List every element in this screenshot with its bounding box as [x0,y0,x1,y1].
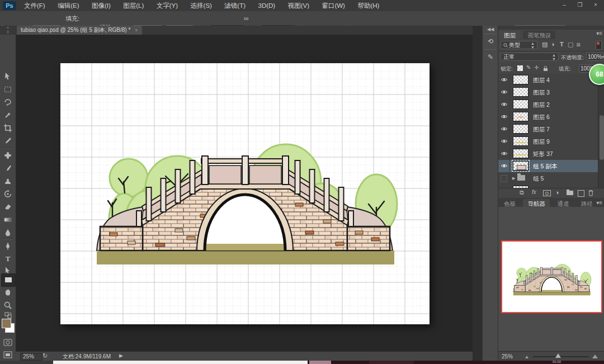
layer-row[interactable]: 图层 2 [498,98,598,111]
navigator-proxy-view[interactable] [501,240,602,313]
menu-help[interactable]: 帮助(H) [352,0,384,11]
history-panel-icon[interactable]: ⟲ [484,36,497,47]
menu-layer[interactable]: 图层(L) [118,0,149,11]
eraser-tool[interactable] [3,202,12,211]
layer-row[interactable]: 图层 6 [498,111,598,124]
hand-tool[interactable] [3,288,12,297]
tab-close-icon[interactable]: × [135,27,138,33]
layer-row-selected[interactable]: 组 5 副本 [498,160,598,173]
zoom-slider-track[interactable] [533,356,589,357]
filter-pixel-layers-icon[interactable]: ▨ [542,41,548,48]
filter-adjustment-layers-icon[interactable]: ◑ [551,41,555,48]
visibility-eye-icon[interactable] [498,123,510,135]
zoom-slider-thumb[interactable] [555,353,561,358]
quick-mask-icon[interactable] [3,339,12,348]
filter-shape-layers-icon[interactable]: ▢ [568,41,573,48]
brush-tool[interactable] [3,164,12,173]
link-dimensions-icon[interactable]: ∞ [244,11,249,26]
close-button[interactable]: × [588,1,603,10]
layer-effects-icon[interactable]: fx [532,189,536,195]
visibility-eye-icon[interactable] [498,86,510,98]
history-brush-tool[interactable] [3,190,12,198]
rectangle-tool-selected[interactable] [1,273,16,287]
layer-row[interactable]: 图层 3 [498,86,598,99]
visibility-eye-icon[interactable] [498,98,510,110]
filter-toggle-switch[interactable] [596,41,602,50]
panel-menu-icon[interactable]: ▾≡ [596,200,602,206]
lock-pixels-icon[interactable]: ✎ [526,64,531,70]
menu-select[interactable]: 选择(S) [186,0,217,11]
tab-brush-presets[interactable]: 画笔预设 [523,31,555,40]
opacity-field[interactable]: 100% ▾ [586,53,603,61]
new-group-icon[interactable] [567,191,573,195]
menu-view[interactable]: 视图(V) [283,0,314,11]
layer-thumbnail[interactable] [513,87,528,97]
layer-thumbnail[interactable] [513,75,528,84]
layer-row[interactable]: 图层 7 [498,123,598,136]
layer-thumbnail[interactable] [513,100,528,109]
link-layers-icon[interactable]: ⧉ [520,189,524,196]
blend-mode-select[interactable]: 正常 ▲▼ [501,53,559,61]
zoom-out-icon[interactable] [525,356,528,358]
visibility-eye-icon[interactable] [498,135,510,147]
layer-thumbnail[interactable] [513,161,528,171]
group-expand-icon[interactable]: ▶ [512,176,515,181]
clone-stamp-tool[interactable] [3,177,12,186]
crop-tool[interactable] [3,124,12,133]
tool-presets-panel-icon[interactable]: ✎ [484,51,497,63]
marquee-tool[interactable] [3,85,12,94]
menu-image[interactable]: 图像(I) [87,0,116,11]
tab-layers[interactable]: 图层 [499,31,520,40]
zoom-tool[interactable] [3,301,12,310]
filter-type-layers-icon[interactable]: T [560,41,564,48]
filter-smart-objects-icon[interactable]: ⧈ [577,41,581,48]
status-arrow-icon[interactable]: ▶ [119,353,123,358]
visibility-eye-icon[interactable] [498,74,510,86]
menu-3d[interactable]: 3D(D) [253,0,281,11]
menu-file[interactable]: 文件(F) [19,0,50,11]
move-tool[interactable] [3,72,12,81]
navigator-zoom-field[interactable]: 25% [502,353,513,360]
layer-row[interactable]: 图层 4 [498,74,598,87]
menu-type[interactable]: 文字(Y) [152,0,183,11]
lasso-tool[interactable] [3,98,12,107]
layer-thumbnail[interactable] [513,112,528,121]
layer-row[interactable]: 图层 9 [498,135,598,148]
blur-tool[interactable] [3,228,12,237]
layer-row[interactable]: 矩形 37 [498,148,598,160]
restore-button[interactable]: ❐ [573,1,587,10]
layers-scrollbar[interactable] [598,74,604,188]
healing-brush-tool[interactable] [3,151,12,160]
layer-filter-kind-select[interactable]: 类型 ▲▼ [501,41,537,49]
adjustment-layer-icon[interactable]: ◑ [555,189,559,196]
dock-divider[interactable] [473,26,482,361]
canvas-workspace[interactable] [16,35,473,351]
group-row[interactable]: ▶ 组 5 [498,172,598,185]
menu-window[interactable]: 窗口(W) [317,0,350,11]
menu-filter[interactable]: 滤镜(T) [219,0,251,11]
layer-thumbnail[interactable] [513,149,528,158]
lock-transparency-icon[interactable] [517,65,523,71]
pen-tool[interactable] [3,242,12,250]
layer-thumbnail[interactable] [513,136,528,146]
visibility-eye-icon[interactable] [498,111,510,122]
document-canvas[interactable] [60,63,430,324]
visibility-eye-icon[interactable] [498,148,510,159]
sync-icon[interactable]: ↻ [43,352,48,360]
toolbar-header[interactable]: »⠿ [0,26,16,35]
type-tool[interactable]: T [3,254,12,263]
gradient-tool[interactable] [3,215,12,224]
zoom-level-field[interactable]: 25% [20,353,43,361]
collapse-panels-icon[interactable]: ◀◀ [487,27,494,32]
layer-mask-icon[interactable] [543,190,551,196]
visibility-eye-icon[interactable] [498,160,510,172]
zoom-in-icon[interactable] [592,354,598,358]
panel-menu-icon[interactable]: ▾≡ [596,30,602,36]
layer-thumbnail[interactable] [513,124,528,134]
screen-mode-icon[interactable] [3,351,12,360]
lock-position-icon[interactable]: ✛ [534,64,539,70]
menu-edit[interactable]: 编辑(E) [53,0,84,11]
foreground-color-swatch[interactable] [2,319,11,328]
delete-layer-icon[interactable] [588,190,594,196]
minimize-button[interactable]: – [557,1,572,10]
